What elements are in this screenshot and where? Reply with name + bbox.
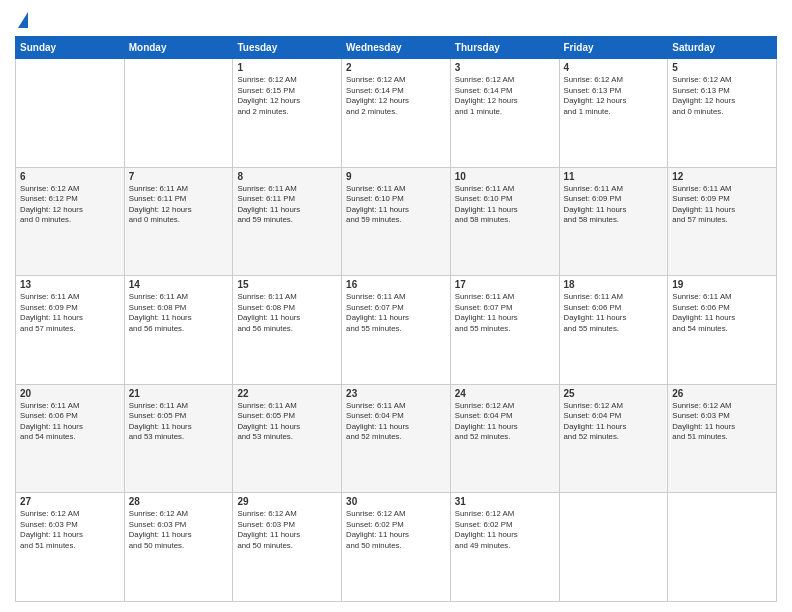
calendar-cell: 19Sunrise: 6:11 AMSunset: 6:06 PMDayligh…: [668, 276, 777, 385]
day-number: 6: [20, 171, 120, 182]
calendar-cell: 17Sunrise: 6:11 AMSunset: 6:07 PMDayligh…: [450, 276, 559, 385]
calendar-cell: 6Sunrise: 6:12 AMSunset: 6:12 PMDaylight…: [16, 167, 125, 276]
calendar-week-row: 6Sunrise: 6:12 AMSunset: 6:12 PMDaylight…: [16, 167, 777, 276]
calendar-header-tuesday: Tuesday: [233, 37, 342, 59]
calendar-cell: 18Sunrise: 6:11 AMSunset: 6:06 PMDayligh…: [559, 276, 668, 385]
day-info: Sunrise: 6:11 AMSunset: 6:07 PMDaylight:…: [346, 292, 446, 334]
day-info: Sunrise: 6:12 AMSunset: 6:04 PMDaylight:…: [455, 401, 555, 443]
calendar-cell: 1Sunrise: 6:12 AMSunset: 6:15 PMDaylight…: [233, 59, 342, 168]
day-info: Sunrise: 6:11 AMSunset: 6:09 PMDaylight:…: [672, 184, 772, 226]
calendar-cell: 22Sunrise: 6:11 AMSunset: 6:05 PMDayligh…: [233, 384, 342, 493]
day-info: Sunrise: 6:12 AMSunset: 6:03 PMDaylight:…: [672, 401, 772, 443]
day-number: 20: [20, 388, 120, 399]
calendar-cell: 25Sunrise: 6:12 AMSunset: 6:04 PMDayligh…: [559, 384, 668, 493]
calendar-cell: 12Sunrise: 6:11 AMSunset: 6:09 PMDayligh…: [668, 167, 777, 276]
day-number: 29: [237, 496, 337, 507]
calendar-cell: 4Sunrise: 6:12 AMSunset: 6:13 PMDaylight…: [559, 59, 668, 168]
calendar-header-wednesday: Wednesday: [342, 37, 451, 59]
calendar-header-sunday: Sunday: [16, 37, 125, 59]
day-number: 17: [455, 279, 555, 290]
calendar-header-row: SundayMondayTuesdayWednesdayThursdayFrid…: [16, 37, 777, 59]
calendar-cell: 3Sunrise: 6:12 AMSunset: 6:14 PMDaylight…: [450, 59, 559, 168]
calendar-cell: 31Sunrise: 6:12 AMSunset: 6:02 PMDayligh…: [450, 493, 559, 602]
calendar-cell: 10Sunrise: 6:11 AMSunset: 6:10 PMDayligh…: [450, 167, 559, 276]
day-info: Sunrise: 6:11 AMSunset: 6:06 PMDaylight:…: [564, 292, 664, 334]
day-info: Sunrise: 6:12 AMSunset: 6:14 PMDaylight:…: [346, 75, 446, 117]
day-number: 19: [672, 279, 772, 290]
calendar-cell: 23Sunrise: 6:11 AMSunset: 6:04 PMDayligh…: [342, 384, 451, 493]
day-info: Sunrise: 6:12 AMSunset: 6:03 PMDaylight:…: [129, 509, 229, 551]
day-number: 5: [672, 62, 772, 73]
day-info: Sunrise: 6:12 AMSunset: 6:02 PMDaylight:…: [455, 509, 555, 551]
calendar-cell: 30Sunrise: 6:12 AMSunset: 6:02 PMDayligh…: [342, 493, 451, 602]
day-number: 23: [346, 388, 446, 399]
day-info: Sunrise: 6:11 AMSunset: 6:07 PMDaylight:…: [455, 292, 555, 334]
calendar-week-row: 20Sunrise: 6:11 AMSunset: 6:06 PMDayligh…: [16, 384, 777, 493]
day-info: Sunrise: 6:12 AMSunset: 6:14 PMDaylight:…: [455, 75, 555, 117]
day-number: 12: [672, 171, 772, 182]
day-info: Sunrise: 6:11 AMSunset: 6:04 PMDaylight:…: [346, 401, 446, 443]
day-info: Sunrise: 6:12 AMSunset: 6:15 PMDaylight:…: [237, 75, 337, 117]
day-info: Sunrise: 6:11 AMSunset: 6:05 PMDaylight:…: [237, 401, 337, 443]
day-number: 1: [237, 62, 337, 73]
calendar-cell: 7Sunrise: 6:11 AMSunset: 6:11 PMDaylight…: [124, 167, 233, 276]
day-info: Sunrise: 6:11 AMSunset: 6:08 PMDaylight:…: [129, 292, 229, 334]
logo-triangle-icon: [18, 12, 28, 28]
day-info: Sunrise: 6:12 AMSunset: 6:03 PMDaylight:…: [20, 509, 120, 551]
calendar-cell: 13Sunrise: 6:11 AMSunset: 6:09 PMDayligh…: [16, 276, 125, 385]
day-info: Sunrise: 6:12 AMSunset: 6:12 PMDaylight:…: [20, 184, 120, 226]
day-number: 25: [564, 388, 664, 399]
calendar-week-row: 27Sunrise: 6:12 AMSunset: 6:03 PMDayligh…: [16, 493, 777, 602]
day-info: Sunrise: 6:11 AMSunset: 6:06 PMDaylight:…: [20, 401, 120, 443]
calendar-cell: 16Sunrise: 6:11 AMSunset: 6:07 PMDayligh…: [342, 276, 451, 385]
day-number: 16: [346, 279, 446, 290]
day-info: Sunrise: 6:12 AMSunset: 6:13 PMDaylight:…: [564, 75, 664, 117]
day-info: Sunrise: 6:11 AMSunset: 6:05 PMDaylight:…: [129, 401, 229, 443]
day-info: Sunrise: 6:11 AMSunset: 6:09 PMDaylight:…: [564, 184, 664, 226]
day-info: Sunrise: 6:12 AMSunset: 6:13 PMDaylight:…: [672, 75, 772, 117]
day-number: 22: [237, 388, 337, 399]
day-info: Sunrise: 6:11 AMSunset: 6:06 PMDaylight:…: [672, 292, 772, 334]
day-number: 21: [129, 388, 229, 399]
day-info: Sunrise: 6:12 AMSunset: 6:03 PMDaylight:…: [237, 509, 337, 551]
calendar-cell: 26Sunrise: 6:12 AMSunset: 6:03 PMDayligh…: [668, 384, 777, 493]
day-info: Sunrise: 6:11 AMSunset: 6:10 PMDaylight:…: [346, 184, 446, 226]
calendar-header-thursday: Thursday: [450, 37, 559, 59]
day-info: Sunrise: 6:11 AMSunset: 6:11 PMDaylight:…: [129, 184, 229, 226]
day-number: 10: [455, 171, 555, 182]
day-number: 4: [564, 62, 664, 73]
calendar-cell: 24Sunrise: 6:12 AMSunset: 6:04 PMDayligh…: [450, 384, 559, 493]
calendar-cell: 27Sunrise: 6:12 AMSunset: 6:03 PMDayligh…: [16, 493, 125, 602]
calendar-cell: [16, 59, 125, 168]
calendar-cell: 2Sunrise: 6:12 AMSunset: 6:14 PMDaylight…: [342, 59, 451, 168]
day-number: 3: [455, 62, 555, 73]
logo-text: [15, 10, 28, 28]
day-number: 2: [346, 62, 446, 73]
page: SundayMondayTuesdayWednesdayThursdayFrid…: [0, 0, 792, 612]
day-number: 8: [237, 171, 337, 182]
day-info: Sunrise: 6:11 AMSunset: 6:08 PMDaylight:…: [237, 292, 337, 334]
day-number: 11: [564, 171, 664, 182]
day-number: 9: [346, 171, 446, 182]
calendar-cell: 11Sunrise: 6:11 AMSunset: 6:09 PMDayligh…: [559, 167, 668, 276]
calendar-header-friday: Friday: [559, 37, 668, 59]
day-number: 31: [455, 496, 555, 507]
calendar-week-row: 1Sunrise: 6:12 AMSunset: 6:15 PMDaylight…: [16, 59, 777, 168]
day-number: 28: [129, 496, 229, 507]
day-info: Sunrise: 6:11 AMSunset: 6:09 PMDaylight:…: [20, 292, 120, 334]
calendar-header-saturday: Saturday: [668, 37, 777, 59]
calendar-cell: [559, 493, 668, 602]
day-info: Sunrise: 6:12 AMSunset: 6:02 PMDaylight:…: [346, 509, 446, 551]
day-number: 7: [129, 171, 229, 182]
day-info: Sunrise: 6:11 AMSunset: 6:10 PMDaylight:…: [455, 184, 555, 226]
header: [15, 10, 777, 28]
day-number: 30: [346, 496, 446, 507]
day-number: 26: [672, 388, 772, 399]
day-number: 13: [20, 279, 120, 290]
calendar-cell: 21Sunrise: 6:11 AMSunset: 6:05 PMDayligh…: [124, 384, 233, 493]
calendar-cell: 5Sunrise: 6:12 AMSunset: 6:13 PMDaylight…: [668, 59, 777, 168]
day-number: 14: [129, 279, 229, 290]
day-number: 18: [564, 279, 664, 290]
calendar-cell: 8Sunrise: 6:11 AMSunset: 6:11 PMDaylight…: [233, 167, 342, 276]
calendar-table: SundayMondayTuesdayWednesdayThursdayFrid…: [15, 36, 777, 602]
